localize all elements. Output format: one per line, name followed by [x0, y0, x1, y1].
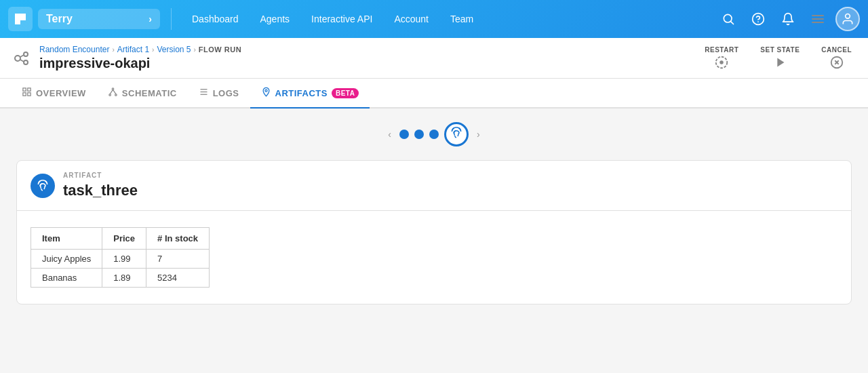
search-button[interactable]: [716, 7, 741, 31]
nav-divider: [171, 8, 172, 30]
table-cell-price-1: 1.89: [102, 269, 146, 288]
breadcrumb-current: FLOW RUN: [199, 45, 241, 54]
workspace-chevron: ›: [149, 14, 152, 24]
tab-schematic[interactable]: SCHEMATIC: [97, 79, 188, 109]
tab-overview-label: OVERVIEW: [36, 88, 86, 98]
user-avatar[interactable]: [835, 7, 860, 31]
cancel-icon: [829, 55, 844, 70]
svg-point-5: [846, 14, 850, 19]
pagination-next[interactable]: ›: [474, 126, 483, 142]
table-row: Juicy Apples 1.99 7: [31, 250, 210, 269]
main-content: ‹ ›: [0, 109, 868, 366]
pagination-dot-2[interactable]: [414, 130, 424, 139]
flow-icon: [11, 47, 33, 69]
nav-links: Dashboard Agents Interactive API Account…: [182, 8, 716, 30]
logs-icon: [199, 87, 209, 99]
artifacts-icon: [261, 87, 271, 99]
nav-right-icons: [716, 7, 860, 31]
breadcrumb-version-5[interactable]: Version 5: [157, 45, 191, 54]
artifact-icon: [31, 174, 55, 198]
nav-link-dashboard[interactable]: Dashboard: [182, 8, 248, 30]
user-icon: [841, 12, 854, 26]
svg-point-6: [15, 56, 20, 61]
overview-icon: [22, 87, 32, 99]
workspace-name: Terry: [46, 13, 73, 25]
tab-schematic-label: SCHEMATIC: [122, 88, 177, 98]
cancel-button[interactable]: CANCEL: [816, 43, 857, 73]
breadcrumb-artifact-1[interactable]: Artifact 1: [117, 45, 149, 54]
pagination-dot-3[interactable]: [429, 130, 439, 139]
fingerprint-icon: [450, 126, 463, 143]
top-navigation: Terry › Dashboard Agents Interactive API…: [0, 0, 868, 38]
artifact-label: ARTIFACT: [63, 172, 138, 179]
pagination: ‹ ›: [16, 122, 852, 146]
table-header-price: Price: [102, 228, 146, 250]
nav-link-team[interactable]: Team: [441, 8, 483, 30]
tab-logs[interactable]: LOGS: [188, 79, 250, 109]
bell-icon: [781, 12, 795, 26]
breadcrumb-sep-2: ›: [152, 46, 154, 54]
svg-marker-13: [778, 58, 785, 67]
set-state-button[interactable]: SET STATE: [755, 43, 805, 73]
tab-overview[interactable]: OVERVIEW: [11, 79, 97, 109]
help-icon: [751, 12, 765, 26]
notifications-button[interactable]: [776, 7, 800, 31]
schematic-icon: [108, 87, 118, 99]
breadcrumb-bar: Random Encounter › Artifact 1 › Version …: [0, 38, 868, 79]
svg-rect-18: [28, 88, 31, 91]
help-button[interactable]: [746, 7, 770, 31]
svg-point-21: [112, 88, 114, 90]
svg-line-9: [20, 55, 24, 57]
breadcrumb-trail: Random Encounter › Artifact 1 › Version …: [39, 45, 699, 54]
svg-point-23: [115, 94, 117, 96]
svg-point-12: [720, 60, 724, 64]
tab-artifacts-label: ARTIFACTS: [275, 88, 328, 98]
artifact-name: task_three: [63, 182, 138, 199]
breadcrumb-content: Random Encounter › Artifact 1 › Version …: [39, 45, 699, 71]
artifact-table: Item Price # In stock Juicy Apples 1.99 …: [31, 227, 210, 288]
tab-bar: OVERVIEW SCHEMATIC LOGS ARTIFACTS Beta: [0, 79, 868, 109]
artifact-card: ARTIFACT task_three Item Price # In stoc…: [16, 160, 852, 305]
beta-badge: Beta: [332, 88, 359, 98]
app-logo: [8, 7, 33, 31]
artifact-body: Item Price # In stock Juicy Apples 1.99 …: [17, 211, 851, 304]
svg-rect-17: [23, 88, 26, 91]
svg-line-10: [20, 60, 24, 62]
svg-point-7: [24, 52, 28, 56]
breadcrumb-sep-1: ›: [112, 46, 114, 54]
svg-point-8: [24, 60, 28, 64]
svg-point-22: [109, 94, 111, 96]
nav-link-agents[interactable]: Agents: [251, 8, 300, 30]
pagination-prev[interactable]: ‹: [385, 126, 394, 142]
nav-link-account[interactable]: Account: [384, 8, 438, 30]
svg-line-24: [110, 90, 113, 94]
search-icon: [722, 12, 735, 26]
table-row: Bananas 1.89 5234: [31, 269, 210, 288]
svg-point-1: [724, 14, 732, 22]
artifact-title-group: ARTIFACT task_three: [63, 172, 138, 199]
table-cell-price-0: 1.99: [102, 250, 146, 269]
pagination-dot-1[interactable]: [399, 130, 409, 139]
svg-line-25: [113, 90, 115, 94]
svg-point-29: [264, 90, 267, 92]
workspace-button[interactable]: Terry ›: [38, 9, 160, 29]
breadcrumb-random-encounter[interactable]: Random Encounter: [39, 45, 109, 54]
set-state-icon: [772, 55, 787, 70]
table-cell-item-0: Juicy Apples: [31, 250, 102, 269]
table-cell-stock-0: 7: [146, 250, 210, 269]
artifact-header: ARTIFACT task_three: [17, 161, 851, 211]
svg-rect-20: [28, 93, 31, 96]
svg-rect-19: [23, 93, 26, 96]
table-header-item: Item: [31, 228, 102, 250]
svg-line-2: [731, 22, 734, 24]
nav-link-interactive-api[interactable]: Interactive API: [302, 8, 382, 30]
table-header-stock: # In stock: [146, 228, 210, 250]
tab-artifacts[interactable]: ARTIFACTS Beta: [250, 79, 370, 109]
restart-button[interactable]: RESTART: [699, 43, 744, 73]
pagination-dot-4[interactable]: [444, 122, 469, 146]
menu-button[interactable]: [806, 7, 830, 31]
table-cell-item-1: Bananas: [31, 269, 102, 288]
flow-run-title: impressive-okapi: [39, 56, 699, 71]
restart-icon: [714, 55, 729, 70]
hamburger-icon: [812, 15, 824, 23]
